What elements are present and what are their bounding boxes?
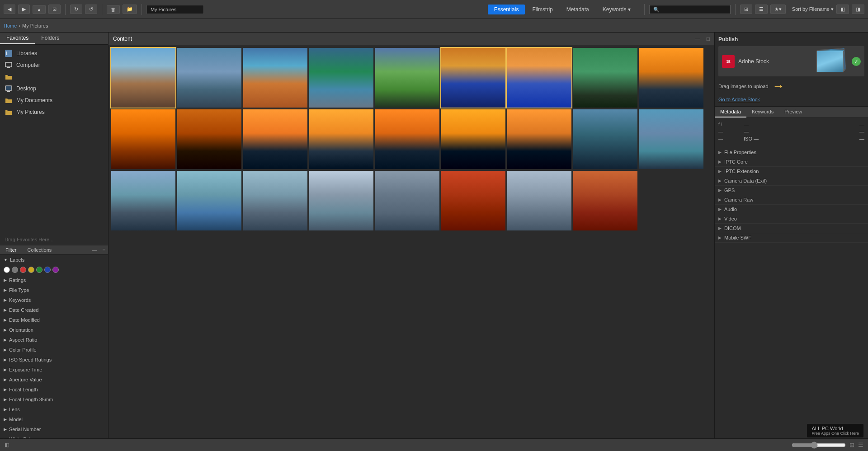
- breadcrumb-home[interactable]: Home: [4, 23, 17, 28]
- view-options-button[interactable]: ★▾: [770, 5, 786, 14]
- delete-button[interactable]: 🗑: [107, 5, 120, 14]
- image-thumb-9[interactable]: [639, 48, 703, 108]
- image-thumb-1[interactable]: [111, 48, 175, 108]
- new-folder-button[interactable]: 📁: [123, 5, 137, 14]
- filter-focallength35-header[interactable]: ▶ Focal Length 35mm: [0, 395, 108, 404]
- filter-model-header[interactable]: ▶ Model: [0, 414, 108, 424]
- filter-labels-header[interactable]: ▼ Labels: [0, 255, 108, 265]
- filter-ratings-header[interactable]: ▶ Ratings: [0, 275, 108, 285]
- filter-aspectratio-header[interactable]: ▶ Aspect Ratio: [0, 335, 108, 345]
- image-thumb-3[interactable]: [243, 48, 307, 108]
- view-grid-status-button[interactable]: ⊞: [849, 442, 854, 448]
- meta-section-iptcext[interactable]: ▶ IPTC Extension: [715, 167, 868, 176]
- meta-section-iptccore[interactable]: ▶ IPTC Core: [715, 157, 868, 167]
- label-red[interactable]: [4, 267, 10, 273]
- image-thumb-22[interactable]: [309, 171, 373, 230]
- favorites-tab[interactable]: Favorites: [0, 33, 35, 44]
- panel-right-button[interactable]: ◨: [852, 5, 864, 14]
- rotate-ccw-button[interactable]: ↺: [85, 5, 97, 14]
- panel-left-button[interactable]: ◧: [836, 5, 849, 14]
- fav-item-folder1[interactable]: [0, 71, 108, 83]
- tab-filmstrip[interactable]: Filmstrip: [526, 5, 559, 14]
- go-to-stock-anchor[interactable]: Go to Adobe Stock: [718, 97, 760, 102]
- tab-metadata[interactable]: Metadata: [560, 5, 595, 14]
- tab-keywords[interactable]: Keywords ▾: [596, 5, 637, 14]
- filter-exposure-header[interactable]: ▶ Exposure Time: [0, 365, 108, 375]
- meta-tab-metadata[interactable]: Metadata: [715, 107, 746, 117]
- meta-tab-preview[interactable]: Preview: [779, 107, 807, 117]
- image-thumb-2[interactable]: [177, 48, 241, 108]
- filter-lens-header[interactable]: ▶ Lens: [0, 404, 108, 414]
- label-blue[interactable]: [44, 267, 51, 273]
- forward-button[interactable]: ▶: [18, 5, 30, 14]
- content-maximize[interactable]: □: [707, 36, 710, 42]
- meta-section-gps[interactable]: ▶ GPS: [715, 186, 868, 195]
- filter-colorprofile-header[interactable]: ▶ Color Profile: [0, 345, 108, 355]
- view-list-status-button[interactable]: ☰: [858, 442, 863, 448]
- back-button[interactable]: ◀: [4, 5, 15, 14]
- image-thumb-26[interactable]: [573, 171, 637, 230]
- meta-section-audio[interactable]: ▶ Audio: [715, 205, 868, 214]
- collections-tab[interactable]: Collections: [22, 245, 57, 254]
- label-yellow[interactable]: [28, 267, 34, 273]
- label-purple[interactable]: [52, 267, 59, 273]
- up-button[interactable]: ▲: [33, 5, 46, 14]
- filter-tab[interactable]: Filter: [0, 245, 22, 254]
- label-green[interactable]: [36, 267, 42, 273]
- meta-section-fileprops[interactable]: ▶ File Properties: [715, 148, 868, 157]
- meta-section-cameradata[interactable]: ▶ Camera Data (Exif): [715, 176, 868, 186]
- search-input[interactable]: [649, 5, 731, 14]
- filter-minimize[interactable]: —: [90, 245, 100, 254]
- zoom-slider[interactable]: [792, 442, 846, 449]
- fav-item-computer[interactable]: Computer: [0, 59, 108, 71]
- filter-keywords-header[interactable]: ▶ Keywords: [0, 295, 108, 305]
- image-thumb-20[interactable]: [177, 171, 241, 230]
- image-thumb-13[interactable]: [309, 109, 373, 169]
- meta-section-cameraraw[interactable]: ▶ Camera Raw: [715, 195, 868, 205]
- image-thumb-19[interactable]: [111, 171, 175, 230]
- fav-item-libraries[interactable]: L Libraries: [0, 47, 108, 59]
- meta-section-video[interactable]: ▶ Video: [715, 214, 868, 224]
- image-thumb-21[interactable]: [243, 171, 307, 230]
- image-thumb-11[interactable]: [177, 109, 241, 169]
- image-thumb-16[interactable]: [507, 109, 571, 169]
- image-thumb-8[interactable]: [573, 48, 637, 108]
- image-thumb-23[interactable]: [375, 171, 439, 230]
- image-thumb-24[interactable]: [441, 171, 505, 230]
- fav-item-pictures[interactable]: My Pictures: [0, 106, 108, 118]
- image-thumb-25[interactable]: [507, 171, 571, 230]
- fav-item-documents[interactable]: My Documents: [0, 94, 108, 106]
- filter-filetype-header[interactable]: ▶ File Type: [0, 285, 108, 295]
- fav-item-desktop[interactable]: Desktop: [0, 83, 108, 94]
- meta-tab-keywords[interactable]: Keywords: [746, 107, 779, 117]
- filter-whitebalance-header[interactable]: ▶ White Balance: [0, 434, 108, 439]
- image-thumb-6[interactable]: [441, 48, 505, 108]
- image-thumb-15[interactable]: [441, 109, 505, 169]
- filter-focallength-header[interactable]: ▶ Focal Length: [0, 385, 108, 395]
- folders-tab[interactable]: Folders: [35, 33, 66, 44]
- image-thumb-12[interactable]: [243, 109, 307, 169]
- label-red2[interactable]: [20, 267, 26, 273]
- filter-datemodified-header[interactable]: ▶ Date Modified: [0, 315, 108, 325]
- status-bar-left-panel[interactable]: ◧: [5, 442, 9, 448]
- meta-section-mobileswf[interactable]: ▶ Mobile SWF: [715, 233, 868, 243]
- meta-section-dicom[interactable]: ▶ DICOM: [715, 224, 868, 233]
- image-thumb-14[interactable]: [375, 109, 439, 169]
- tab-essentials[interactable]: Essentials: [488, 5, 525, 14]
- image-thumb-10[interactable]: [111, 109, 175, 169]
- filter-datecreated-header[interactable]: ▶ Date Created: [0, 305, 108, 315]
- reveal-button[interactable]: ⊡: [48, 5, 61, 14]
- adobe-stock-row[interactable]: St Adobe Stock ✓: [718, 46, 864, 76]
- go-to-stock-link[interactable]: Go to Adobe Stock: [718, 96, 864, 103]
- filter-orientation-header[interactable]: ▶ Orientation: [0, 325, 108, 335]
- rotate-cw-button[interactable]: ↻: [70, 5, 82, 14]
- image-thumb-7[interactable]: [507, 48, 571, 108]
- filter-aperture-header[interactable]: ▶ Aperture Value: [0, 375, 108, 385]
- view-list-button[interactable]: ☰: [755, 5, 768, 14]
- filter-expand[interactable]: ≡: [100, 245, 108, 254]
- image-thumb-4[interactable]: [309, 48, 373, 108]
- filter-iso-header[interactable]: ▶ ISO Speed Ratings: [0, 355, 108, 365]
- image-thumb-18[interactable]: [639, 109, 703, 169]
- content-minimize[interactable]: —: [695, 36, 700, 42]
- label-white[interactable]: [12, 267, 18, 273]
